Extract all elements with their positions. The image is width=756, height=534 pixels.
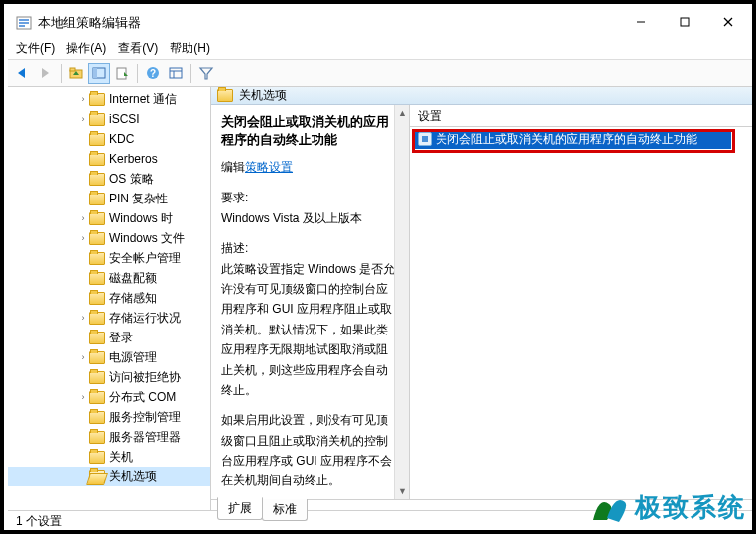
export-list-button[interactable] [111,63,133,84]
expand-icon[interactable]: › [77,392,89,402]
properties-button[interactable] [165,63,187,84]
folder-icon [89,431,105,444]
folder-icon [89,391,105,404]
tree-item[interactable]: OS 策略 [8,169,210,189]
tree-item[interactable]: 登录 [8,328,210,347]
tree-item-label: PIN 复杂性 [109,191,168,207]
show-hide-tree-button[interactable] [88,63,110,84]
window-title: 本地组策略编辑器 [38,14,141,32]
svg-rect-14 [93,68,97,78]
menu-file[interactable]: 文件(F) [16,40,55,57]
svg-marker-9 [42,68,49,78]
app-icon [16,15,32,31]
tree-item-label: 分布式 COM [109,389,176,406]
up-button[interactable] [65,63,87,84]
tree-item[interactable]: 关机 [8,447,210,467]
tree-item-label: Windows 文件 [109,230,185,247]
tree-item[interactable]: 安全帐户管理 [8,248,210,268]
tree-item-label: KDC [109,132,134,146]
tree-item[interactable]: ›分布式 COM [8,387,210,407]
folder-icon [89,193,105,205]
tree-item[interactable]: 关机选项 [8,467,210,486]
folder-icon [89,351,105,364]
tree-item-label: Windows 时 [109,210,173,227]
expand-icon[interactable]: › [77,313,89,323]
edit-policy-link[interactable]: 策略设置 [245,160,293,174]
folder-icon [89,252,105,265]
expand-icon[interactable]: › [77,114,89,124]
tree-item-label: 存储感知 [109,290,157,307]
titlebar: 本地组策略编辑器 [8,8,752,38]
svg-rect-19 [170,68,182,78]
tab-extended[interactable]: 扩展 [217,497,263,520]
expand-icon[interactable]: › [77,94,89,104]
folder-icon [89,451,105,464]
tree-item-label: 关机 [109,449,133,466]
scrollbar[interactable]: ▲▼ [394,105,410,499]
tree-item-label: 安全帐户管理 [109,250,181,267]
expand-icon[interactable]: › [77,213,89,223]
filter-button[interactable] [195,63,217,84]
back-button[interactable] [12,63,34,84]
tree-item-label: 存储运行状况 [109,310,181,327]
folder-icon [89,153,105,166]
tree-item[interactable]: 存储感知 [8,288,210,308]
maximize-button[interactable] [663,8,706,36]
svg-text:?: ? [150,68,156,79]
tree-item-label: 服务器管理器 [109,429,181,446]
svg-rect-3 [19,25,25,27]
tree-item[interactable]: ›iSCSI [8,109,210,129]
tree-item[interactable]: ›Windows 时 [8,208,210,228]
watermark: 极致系统 [587,486,746,528]
toolbar: ? [8,60,752,87]
watermark-icon [587,486,629,528]
folder-icon [89,113,105,126]
tree-item[interactable]: Kerberos [8,149,210,169]
menu-view[interactable]: 查看(V) [118,40,158,57]
description-pane: 关闭会阻止或取消关机的应用程序的自动终止功能 编辑策略设置 要求:Windows… [211,105,410,499]
tab-standard[interactable]: 标准 [262,499,308,521]
folder-icon [89,332,105,344]
folder-icon [89,470,105,483]
tree-panel[interactable]: ›Internet 通信›iSCSIKDCKerberosOS 策略PIN 复杂… [8,87,211,510]
folder-icon [89,212,105,225]
menu-help[interactable]: 帮助(H) [170,40,210,57]
tree-item-label: Internet 通信 [109,91,177,108]
folder-icon [89,272,105,285]
folder-icon [89,93,105,106]
tree-item[interactable]: KDC [8,129,210,149]
svg-marker-22 [200,68,212,79]
folder-icon [89,232,105,245]
tree-item-label: 关机选项 [109,468,157,485]
folder-icon [89,312,105,325]
column-header-setting[interactable]: 设置 [410,105,752,127]
settings-list: 设置 关闭会阻止或取消关机的应用程序的自动终止功能 [410,105,752,499]
tree-item[interactable]: ›Internet 通信 [8,89,210,109]
help-button[interactable]: ? [142,63,164,84]
close-button[interactable] [706,8,750,36]
policy-list-item[interactable]: 关闭会阻止或取消关机的应用程序的自动终止功能 [414,129,731,149]
tree-item-label: 磁盘配额 [109,270,157,287]
tree-item[interactable]: 服务器管理器 [8,427,210,447]
tree-item-label: 电源管理 [109,349,157,366]
tree-item[interactable]: ›存储运行状况 [8,308,210,328]
expand-icon[interactable]: › [77,352,89,362]
expand-icon[interactable]: › [77,233,89,243]
svg-marker-8 [18,68,25,78]
forward-button[interactable] [35,63,57,84]
tree-item[interactable]: 磁盘配额 [8,268,210,288]
folder-icon [89,371,105,384]
tree-item-label: Kerberos [109,152,158,166]
tree-item[interactable]: ›Windows 文件 [8,228,210,248]
svg-rect-5 [681,18,689,26]
tree-item-label: iSCSI [109,112,140,126]
minimize-button[interactable] [619,8,663,36]
content-header: 关机选项 [211,87,752,105]
tree-item[interactable]: ›电源管理 [8,347,210,367]
content-header-title: 关机选项 [239,87,287,104]
menu-action[interactable]: 操作(A) [66,40,106,57]
tree-item[interactable]: 访问被拒绝协 [8,367,210,387]
policy-icon [418,132,432,146]
tree-item[interactable]: 服务控制管理 [8,407,210,427]
tree-item[interactable]: PIN 复杂性 [8,189,210,208]
